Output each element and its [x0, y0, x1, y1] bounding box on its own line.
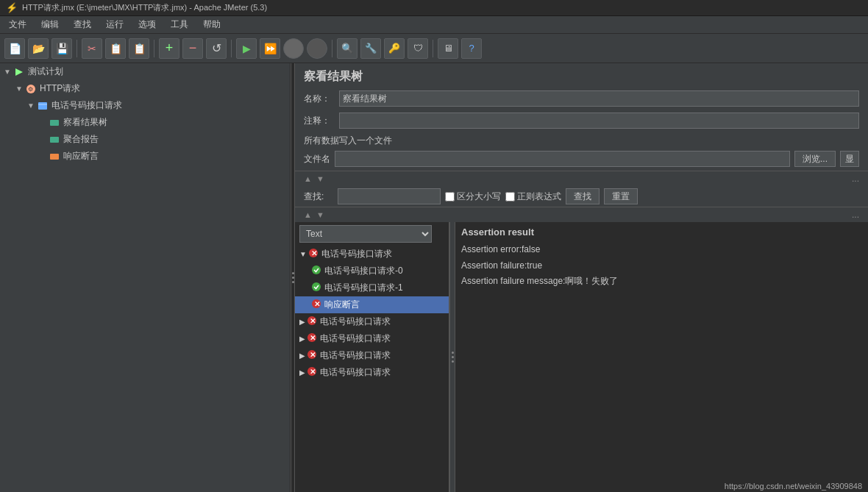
down-arrow2[interactable]: ▼	[316, 210, 324, 219]
copy-btn[interactable]: 📋	[105, 38, 126, 59]
search-input[interactable]	[338, 188, 441, 204]
result-tree-item[interactable]: ✕响应断言	[295, 296, 449, 313]
menu-item-选项[interactable]: 选项	[132, 17, 162, 32]
result-tree-item[interactable]: ▶✕电话号码接口请求	[295, 347, 449, 364]
svg-text:✕: ✕	[310, 249, 316, 257]
reset-btn[interactable]: 重置	[604, 188, 638, 204]
tree-arrow: ▼	[26, 101, 35, 110]
shutdown-btn[interactable]	[307, 38, 327, 59]
tree-label: HTTP请求	[40, 82, 80, 95]
run-btn[interactable]: ▶	[236, 38, 257, 59]
help-btn[interactable]: ?	[461, 38, 482, 59]
menu-item-运行[interactable]: 运行	[100, 17, 129, 32]
left-tree-item[interactable]: ▼测试计划	[0, 63, 290, 80]
comment-row: 注释：	[295, 110, 868, 132]
main-area: ▼测试计划▼⚙HTTP请求▼电话号码接口请求察看结果树聚合报告响应断言 察看结果…	[0, 63, 868, 492]
result-item-label: 电话号码接口请求-0	[324, 265, 403, 277]
result-arrow: ▶	[299, 352, 305, 360]
result-item-label: 响应断言	[324, 299, 360, 311]
display-btn[interactable]: 显	[840, 151, 859, 167]
stop-btn[interactable]	[283, 38, 304, 59]
left-tree-item[interactable]: 聚合报告	[0, 131, 290, 148]
result-arrow: ▶	[299, 368, 305, 377]
file-input[interactable]	[335, 151, 790, 167]
name-input[interactable]	[339, 90, 859, 107]
result-toolbar: ▲ ▼ ...	[295, 207, 868, 222]
result-tree: ▼✕电话号码接口请求电话号码接口请求-0电话号码接口请求-1✕响应断言▶✕电话号…	[295, 246, 449, 381]
splitter-dot	[292, 277, 294, 279]
regex-label: 正则表达式	[517, 190, 561, 203]
dots-btn2[interactable]: ...	[852, 210, 859, 220]
result-tree-item[interactable]: ▶✕电话号码接口请求	[295, 313, 449, 330]
tree-arrow: ▼	[3, 68, 12, 76]
tool2-btn[interactable]: 🔧	[360, 38, 381, 59]
tree-arrow	[38, 118, 47, 127]
menu-item-查找[interactable]: 查找	[68, 17, 97, 32]
toggle-btn[interactable]: ↺	[206, 38, 227, 59]
menu-item-编辑[interactable]: 编辑	[35, 17, 65, 32]
remove-btn[interactable]: −	[182, 38, 203, 59]
left-tree-item[interactable]: 响应断言	[0, 148, 290, 165]
tree-icon	[13, 66, 25, 78]
tool4-btn[interactable]: 🛡	[408, 38, 428, 59]
tool3-btn[interactable]: 🔑	[384, 38, 405, 59]
menu-item-文件[interactable]: 文件	[3, 17, 32, 32]
title-bar-text: HTTP请求.jmx (E:\jmeter\JMX\HTTP请求.jmx) - …	[22, 2, 267, 13]
menu-item-帮助[interactable]: 帮助	[197, 17, 227, 32]
result-item-label: 电话号码接口请求	[320, 349, 391, 362]
file-row: 文件名 浏览... 显	[295, 149, 868, 169]
tree-icon	[49, 134, 60, 146]
case-checkbox[interactable]	[445, 192, 455, 202]
result-tree-item[interactable]: 电话号码接口请求-0	[295, 263, 449, 279]
splitter-dot	[292, 272, 294, 274]
file-label: 文件名	[304, 153, 330, 165]
run-no-pause-btn[interactable]: ⏩	[260, 38, 280, 59]
search-btn[interactable]: 查找	[566, 188, 600, 204]
tree-label: 响应断言	[63, 150, 99, 163]
cut-btn[interactable]: ✂	[82, 38, 102, 59]
regex-check[interactable]: 正则表达式	[505, 190, 561, 203]
result-tree-item[interactable]: ▶✕电话号码接口请求	[295, 330, 449, 347]
result-tree-item[interactable]: ▶✕电话号码接口请求	[295, 364, 449, 381]
result-item-label: 电话号码接口请求-1	[324, 282, 403, 294]
title-bar-icon: ⚡	[6, 2, 18, 13]
result-status-icon	[311, 265, 321, 277]
remote-btn[interactable]: 🖥	[438, 38, 458, 59]
name-row: 名称：	[295, 88, 868, 110]
tree-label: 测试计划	[28, 65, 63, 78]
paste-btn[interactable]: 📋	[129, 38, 149, 59]
regex-checkbox[interactable]	[505, 192, 515, 202]
tree-icon	[49, 117, 60, 129]
add-btn[interactable]: +	[159, 38, 179, 59]
svg-marker-0	[15, 68, 23, 76]
menu-item-工具[interactable]: 工具	[165, 17, 194, 32]
down-arrow[interactable]: ▼	[316, 174, 324, 183]
up-arrow[interactable]: ▲	[304, 174, 312, 183]
result-status-icon: ✕	[307, 349, 317, 362]
result-tree-item[interactable]: 电话号码接口请求-1	[295, 279, 449, 296]
results-left-panel: Text HTML JSON XML RegExp Tester ▼✕电话号码接…	[295, 222, 449, 492]
result-tree-item[interactable]: ▼✕电话号码接口请求	[295, 246, 449, 263]
assertion-line: Assertion failure message:啊哦！失败了	[461, 274, 862, 290]
tool1-btn[interactable]: 🔍	[337, 38, 357, 59]
result-arrow: ▶	[299, 318, 305, 326]
svg-text:⚙: ⚙	[28, 86, 33, 93]
browse-btn[interactable]: 浏览...	[794, 151, 836, 167]
split-container: Text HTML JSON XML RegExp Tester ▼✕电话号码接…	[295, 222, 868, 492]
result-splitter[interactable]	[449, 222, 455, 492]
new-btn[interactable]: 📄	[4, 38, 25, 59]
up-arrow2[interactable]: ▲	[304, 210, 312, 219]
case-sensitive-check[interactable]: 区分大小写	[445, 190, 501, 203]
open-btn[interactable]: 📂	[28, 38, 49, 59]
menu-bar: 文件编辑查找运行选项工具帮助	[0, 16, 868, 34]
assertion-lines: Assertion error:falseAssertion failure:t…	[461, 242, 862, 290]
left-tree-item[interactable]: ▼电话号码接口请求	[0, 97, 290, 114]
comment-input[interactable]	[339, 113, 859, 129]
dots-btn1[interactable]: ...	[852, 174, 859, 184]
save-btn[interactable]: 💾	[51, 38, 72, 59]
assertion-line: Assertion error:false	[461, 242, 862, 258]
left-tree-item[interactable]: 察看结果树	[0, 114, 290, 131]
left-tree-item[interactable]: ▼⚙HTTP请求	[0, 80, 290, 97]
result-status-icon: ✕	[307, 332, 317, 345]
format-dropdown[interactable]: Text HTML JSON XML RegExp Tester	[299, 225, 432, 243]
